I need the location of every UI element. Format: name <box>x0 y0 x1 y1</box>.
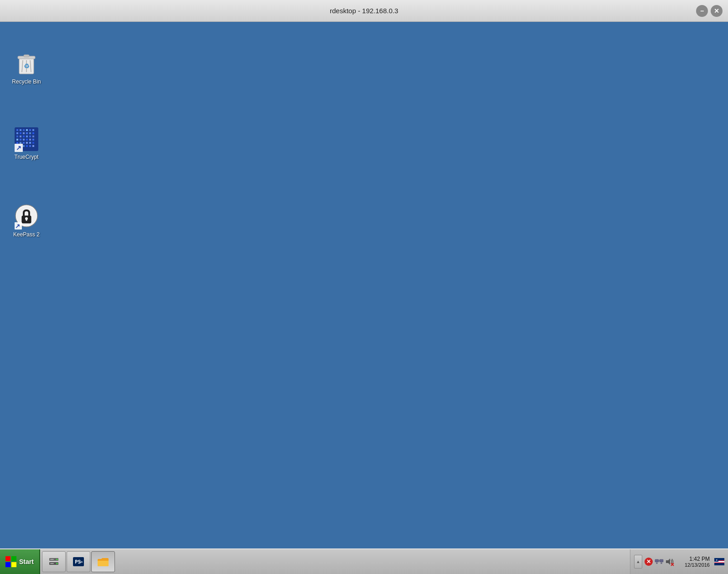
svg-rect-32 <box>16 142 18 144</box>
tray-network-icon[interactable] <box>655 557 664 566</box>
explorer-taskbar-btn[interactable] <box>91 551 115 572</box>
svg-rect-30 <box>29 139 31 141</box>
svg-text:✕: ✕ <box>646 558 651 565</box>
recycle-bin-label: Recycle Bin <box>12 78 41 85</box>
minimize-button[interactable]: − <box>696 5 708 17</box>
svg-rect-61 <box>50 559 54 560</box>
keepass-label: KeePass 2 <box>13 231 40 238</box>
svg-rect-42 <box>29 145 31 147</box>
svg-point-59 <box>56 559 57 560</box>
system-tray: ▲ ✕ <box>630 549 728 574</box>
svg-rect-26 <box>16 139 18 141</box>
svg-text:↗: ↗ <box>16 144 21 151</box>
svg-rect-12 <box>29 129 31 131</box>
svg-rect-69 <box>660 559 663 562</box>
svg-point-60 <box>56 563 57 564</box>
svg-rect-40 <box>23 145 25 147</box>
powershell-taskbar-btn[interactable]: PS > <box>67 551 90 572</box>
svg-rect-35 <box>26 142 28 144</box>
svg-text:↗: ↗ <box>15 223 20 230</box>
taskbar-buttons: PS > <box>40 549 117 574</box>
svg-rect-41 <box>26 145 28 147</box>
language-indicator[interactable]: ★ <box>714 558 724 565</box>
svg-rect-36 <box>29 142 31 144</box>
svg-rect-62 <box>50 563 54 564</box>
svg-rect-29 <box>26 139 28 141</box>
svg-rect-13 <box>32 129 34 131</box>
svg-rect-54 <box>11 556 16 561</box>
svg-rect-37 <box>32 142 34 144</box>
svg-rect-20 <box>16 136 18 137</box>
svg-rect-19 <box>32 132 34 134</box>
keepass-icon[interactable]: ↗ KeePass 2 <box>6 202 47 240</box>
clock-time: 1:42 PM <box>689 556 710 562</box>
clock-date: 12/13/2016 <box>685 562 710 568</box>
window-title-bar: rdesktop - 192.168.0.3 − ✕ <box>0 0 728 22</box>
system-clock[interactable]: 1:42 PM 12/13/2016 <box>676 556 712 568</box>
svg-rect-43 <box>32 145 34 147</box>
svg-rect-68 <box>655 559 659 562</box>
svg-rect-27 <box>20 139 21 141</box>
svg-rect-17 <box>26 132 28 134</box>
svg-rect-8 <box>16 129 18 131</box>
server-manager-taskbar-btn[interactable] <box>42 551 66 572</box>
svg-rect-34 <box>23 142 25 144</box>
taskbar: Start PS > <box>0 548 728 574</box>
svg-rect-33 <box>20 142 21 144</box>
svg-text:>: > <box>80 559 83 565</box>
start-label: Start <box>19 558 34 565</box>
svg-rect-2 <box>24 55 29 57</box>
svg-rect-28 <box>23 139 25 141</box>
recycle-bin-image: ♻ <box>14 51 39 77</box>
svg-rect-55 <box>5 562 10 567</box>
close-button[interactable]: ✕ <box>711 5 723 17</box>
desktop: ♻ Recycle Bin <box>0 22 728 548</box>
svg-rect-18 <box>29 132 31 134</box>
truecrypt-label: TrueCrypt <box>15 154 39 160</box>
svg-marker-75 <box>666 558 670 565</box>
tray-error-icon[interactable]: ✕ <box>644 557 653 566</box>
window-controls: − ✕ <box>696 5 723 17</box>
svg-rect-21 <box>20 136 21 137</box>
svg-rect-31 <box>32 139 34 141</box>
svg-rect-56 <box>11 562 16 567</box>
keepass-image: ↗ <box>14 204 39 230</box>
svg-rect-9 <box>20 129 21 131</box>
windows-flag-icon <box>5 556 16 567</box>
svg-rect-24 <box>29 136 31 137</box>
start-button[interactable]: Start <box>0 549 40 574</box>
svg-rect-50 <box>26 219 27 221</box>
svg-rect-10 <box>23 129 25 131</box>
svg-rect-22 <box>23 136 25 137</box>
svg-rect-15 <box>20 132 21 134</box>
svg-rect-16 <box>23 132 25 134</box>
svg-text:♻: ♻ <box>24 63 30 70</box>
tray-expand-button[interactable]: ▲ <box>634 555 642 569</box>
truecrypt-image: ↗ <box>14 126 39 152</box>
svg-rect-53 <box>5 556 10 561</box>
svg-rect-14 <box>16 132 18 134</box>
truecrypt-icon[interactable]: ↗ TrueCrypt <box>6 125 47 162</box>
svg-rect-11 <box>26 129 28 131</box>
tray-volume-icon[interactable] <box>665 557 674 566</box>
window-title-text: rdesktop - 192.168.0.3 <box>330 7 398 15</box>
svg-rect-23 <box>26 136 28 137</box>
svg-rect-25 <box>32 136 34 137</box>
recycle-bin-icon[interactable]: ♻ Recycle Bin <box>6 49 47 87</box>
tray-icons-area: ✕ <box>644 557 674 566</box>
